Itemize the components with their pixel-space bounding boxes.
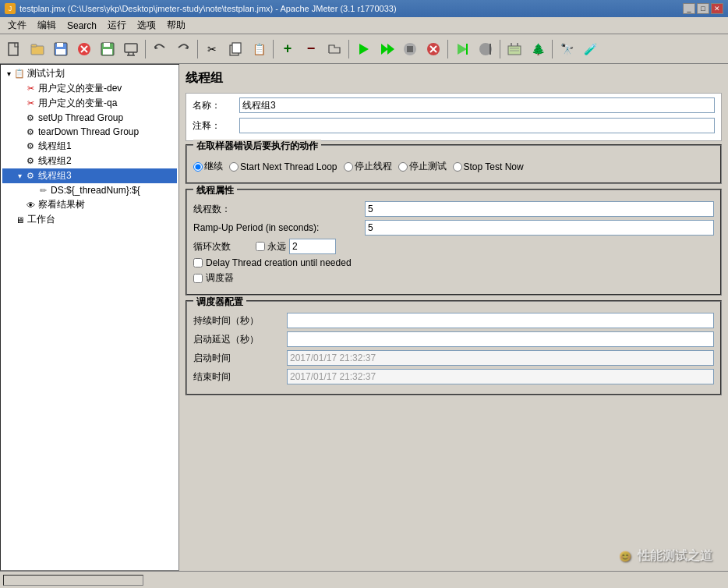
ramp-up-input[interactable] (365, 220, 714, 236)
svg-marker-20 (387, 44, 394, 55)
redo-button[interactable] (172, 38, 194, 60)
startup-delay-input[interactable] (287, 331, 714, 347)
menu-help[interactable]: 帮助 (162, 18, 190, 33)
maximize-button[interactable]: □ (697, 3, 709, 14)
ramp-up-row: Ramp-Up Period (in seconds): (193, 220, 714, 236)
expand-icon-8[interactable]: ▾ (15, 172, 24, 180)
sep6 (500, 40, 500, 58)
tree-item-thread-2[interactable]: ⚙ 线程组2 (2, 154, 177, 168)
svg-marker-18 (359, 44, 369, 55)
sep7 (552, 40, 553, 58)
end-time-input[interactable] (287, 369, 714, 384)
radio-stop-test-now-label: Stop Test Now (464, 161, 524, 172)
svg-rect-22 (407, 46, 413, 52)
tree-item-ds[interactable]: ✏ DS:${_threadNum}:${ (2, 183, 177, 197)
browse-button[interactable] (323, 38, 345, 60)
radio-start-next-input[interactable] (229, 162, 239, 172)
radio-stop-thread-input[interactable] (344, 162, 353, 172)
expand-icon-11 (4, 215, 13, 224)
find-button[interactable]: 🔭 (556, 38, 578, 60)
close-button[interactable]: ✕ (711, 3, 723, 14)
tree-item-user-var-qa[interactable]: ✂ 用户定义的变量-qa (2, 96, 177, 111)
clear-button[interactable] (504, 38, 525, 60)
start-time-input[interactable] (287, 350, 714, 366)
screen-button[interactable] (120, 38, 142, 60)
error-radio-group: 继续 Start Next Thread Loop 停止线程 停止测试 Stop… (193, 157, 714, 176)
close-plan-button[interactable] (73, 38, 95, 60)
tree-item-teardown[interactable]: ⚙ tearDown Thread Group (2, 125, 177, 139)
radio-stop-thread[interactable]: 停止线程 (344, 160, 392, 173)
thread-props-title: 线程属性 (193, 184, 237, 197)
forever-checkbox[interactable] (256, 242, 265, 251)
name-input[interactable] (239, 97, 715, 113)
undo-button[interactable] (149, 38, 171, 60)
right-panel: 线程组 名称： 注释： 在取样器错误后要执行的动作 继续 (179, 64, 728, 571)
run-button[interactable] (352, 38, 374, 60)
menu-run[interactable]: 运行 (103, 18, 131, 33)
function-helper-button[interactable]: 🧪 (579, 38, 601, 60)
forever-label-container[interactable]: 永远 (256, 240, 286, 253)
clear-all-button[interactable]: 🌲 (527, 38, 549, 60)
tree-item-thread-1[interactable]: ⚙ 线程组1 (2, 139, 177, 154)
radio-continue-input[interactable] (193, 162, 203, 172)
menu-file[interactable]: 文件 (3, 18, 31, 33)
remote-stop-button[interactable] (475, 38, 497, 60)
test-plan-label: 测试计划 (27, 67, 65, 80)
delay-creation-label: Delay Thread creation until needed (206, 257, 352, 268)
paste-button[interactable]: 📋 (248, 38, 270, 60)
duration-input[interactable] (287, 313, 714, 328)
minimize-button[interactable]: _ (683, 3, 695, 14)
tree-item-test-plan[interactable]: ▾ 📋 测试计划 (2, 66, 177, 81)
menu-options[interactable]: 选项 (133, 18, 161, 33)
expand-icon-4 (15, 114, 24, 122)
error-section: 在取样器错误后要执行的动作 继续 Start Next Thread Loop … (186, 144, 722, 184)
status-bar (0, 571, 728, 588)
menu-edit[interactable]: 编辑 (33, 18, 61, 33)
radio-continue[interactable]: 继续 (193, 160, 223, 173)
radio-stop-test[interactable]: 停止测试 (398, 160, 447, 173)
workbench-icon: 🖥 (13, 214, 26, 226)
expand-icon-6 (15, 142, 24, 151)
svg-rect-0 (9, 43, 18, 55)
save-button[interactable] (50, 38, 72, 60)
radio-stop-test-now[interactable]: Stop Test Now (453, 161, 524, 172)
run-no-pauses-button[interactable] (376, 38, 398, 60)
toolbar: ✂ 📋 + − 🌲 🔭 🧪 (0, 34, 728, 64)
startup-delay-label: 启动延迟（秒） (193, 333, 287, 346)
radio-stop-test-now-input[interactable] (453, 162, 462, 172)
menu-search[interactable]: Search (62, 19, 101, 32)
tree-item-results[interactable]: 👁 察看结果树 (2, 197, 177, 212)
duration-row: 持续时间（秒） (193, 313, 714, 328)
name-row: 名称： (193, 97, 715, 114)
comment-label: 注释： (193, 119, 239, 133)
thread-count-input[interactable] (365, 201, 714, 217)
comment-input[interactable] (239, 118, 715, 133)
stop-button[interactable] (399, 38, 421, 60)
radio-start-next[interactable]: Start Next Thread Loop (229, 161, 337, 172)
scheduler-checkbox[interactable] (193, 274, 203, 283)
cut-button[interactable]: ✂ (201, 38, 223, 60)
tree-item-thread-3[interactable]: ▾ ⚙ 线程组3 (2, 168, 177, 183)
radio-stop-test-input[interactable] (398, 162, 408, 172)
new-button[interactable] (3, 38, 25, 60)
open-button[interactable] (27, 38, 48, 60)
remove-button[interactable]: − (300, 38, 322, 60)
scheduler-checkbox-row: 调度器 (193, 271, 714, 285)
startup-delay-row: 启动延迟（秒） (193, 331, 714, 347)
tree-item-setup[interactable]: ⚙ setUp Thread Group (2, 111, 177, 125)
copy-button[interactable] (224, 38, 246, 60)
stop-now-button[interactable] (422, 38, 444, 60)
tree-item-user-var-dev[interactable]: ✂ 用户定义的变量-dev (2, 81, 177, 96)
delay-creation-checkbox[interactable] (193, 258, 203, 267)
remote-run-button[interactable] (451, 38, 473, 60)
radio-stop-thread-label: 停止线程 (355, 160, 392, 173)
radio-start-next-label: Start Next Thread Loop (240, 161, 337, 172)
scroll-bar-left[interactable] (3, 575, 143, 586)
tree-item-workbench[interactable]: 🖥 工作台 (2, 212, 177, 227)
add-button[interactable]: + (277, 38, 299, 60)
thread1-label: 线程组1 (38, 140, 72, 153)
loop-count-input[interactable] (289, 239, 336, 254)
save-as-button[interactable] (97, 38, 118, 60)
expand-icon[interactable]: ▾ (4, 69, 13, 78)
sep1 (145, 40, 146, 58)
